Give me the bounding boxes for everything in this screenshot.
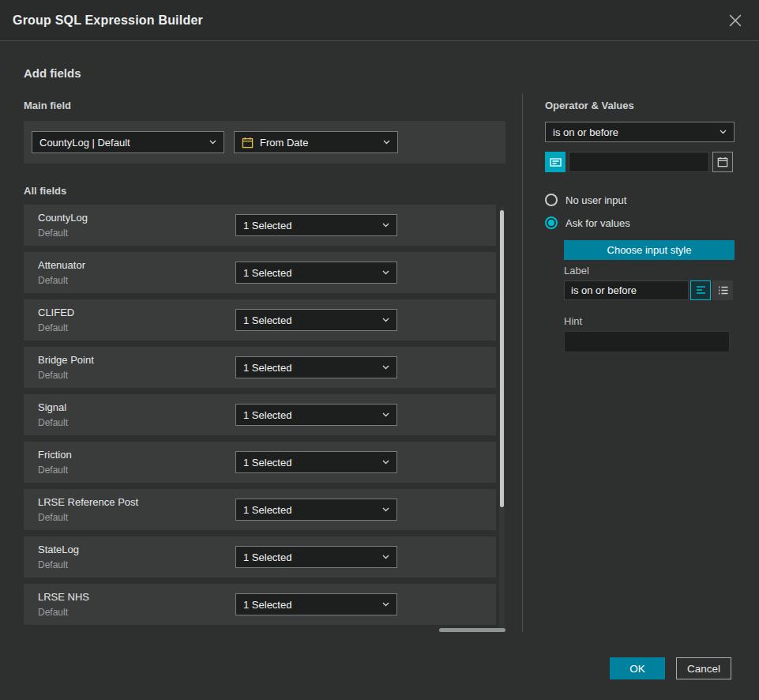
field-row: Signal Default 1 Selected [24,394,496,435]
chevron-down-icon [209,140,216,145]
field-sublabel: Default [38,370,68,381]
chevron-down-icon [383,140,390,145]
operator-select-value: is on or before [553,126,618,138]
close-button[interactable] [724,9,746,32]
main-field-layer-select[interactable]: CountyLog | Default [32,131,224,153]
hint-input[interactable] [564,331,730,352]
dialog-title: Group SQL Expression Builder [13,13,203,28]
all-fields-heading: All fields [24,185,66,197]
main-field-heading: Main field [24,100,71,111]
label-input[interactable] [564,280,689,300]
field-name: Attenuator [38,259,85,271]
field-name: LRSE Reference Post [38,496,138,508]
close-icon [729,14,742,27]
chevron-down-icon [382,365,389,370]
dialog-titlebar: Group SQL Expression Builder [0,0,759,41]
input-style-text-button[interactable] [690,280,711,300]
field-row: CLIFED Default 1 Selected [24,299,496,341]
calendar-icon [717,156,728,167]
date-picker-button[interactable] [712,152,733,172]
field-selection-select[interactable]: 1 Selected [235,262,397,284]
radio-checked-icon [545,216,558,229]
field-sublabel: Default [38,275,68,286]
chevron-down-icon [382,460,389,465]
field-row: Attenuator Default 1 Selected [24,252,496,293]
field-name: LRSE NHS [38,591,89,603]
chevron-down-icon [382,602,389,607]
main-field-date-select[interactable]: From Date [234,131,398,153]
chevron-down-icon [382,555,389,559]
field-selection-select[interactable]: 1 Selected [235,546,397,568]
field-selection-select[interactable]: 1 Selected [235,593,397,615]
field-name: StateLog [38,544,79,555]
all-fields-list: CountyLog Default 1 Selected Attenuator … [24,205,496,631]
list-icon [718,285,728,295]
chevron-down-icon [382,270,389,275]
main-field-date-select-value: From Date [260,137,308,149]
radio-ask-for-values[interactable]: Ask for values [545,216,630,229]
input-mode-button[interactable] [545,152,565,172]
field-sublabel: Default [38,512,68,523]
field-sublabel: Default [38,417,68,428]
chevron-down-icon [382,507,389,512]
hint-field-label: Hint [564,315,582,327]
group-sql-expression-builder-dialog: Group SQL Expression Builder Add fields … [0,0,759,700]
field-name: Bridge Point [38,354,94,366]
calendar-icon [242,137,254,149]
field-row: CountyLog Default 1 Selected [24,205,496,246]
input-field-icon [550,156,562,168]
operator-select[interactable]: is on or before [545,122,735,142]
field-row: LRSE Reference Post Default 1 Selected [24,489,496,530]
field-row: StateLog Default 1 Selected [24,536,496,578]
cancel-button[interactable]: Cancel [676,657,731,679]
field-sublabel: Default [38,607,68,618]
field-name: Friction [38,449,72,461]
value-input[interactable] [569,152,709,172]
field-selection-select[interactable]: 1 Selected [235,404,397,426]
main-field-panel: CountyLog | Default From Date [24,121,505,164]
field-row: LRSE NHS Default 1 Selected [24,584,496,625]
field-selection-select[interactable]: 1 Selected [235,499,397,521]
field-name: Signal [38,401,66,413]
field-selection-select[interactable]: 1 Selected [235,309,397,331]
field-sublabel: Default [38,465,68,476]
field-sublabel: Default [38,559,68,570]
choose-input-style-button[interactable]: Choose input style [564,240,735,260]
field-sublabel: Default [38,228,68,239]
chevron-down-icon [382,318,389,322]
label-field-label: Label [564,265,589,277]
operator-values-heading: Operator & Values [545,100,634,111]
vertical-scrollbar-thumb[interactable] [500,210,504,507]
ok-button[interactable]: OK [610,657,665,679]
field-row: Bridge Point Default 1 Selected [24,347,496,388]
radio-unchecked-icon [545,194,558,206]
chevron-down-icon [720,130,727,134]
horizontal-scrollbar-thumb[interactable] [439,628,505,632]
input-style-list-button[interactable] [712,280,733,300]
field-selection-select[interactable]: 1 Selected [235,356,397,378]
field-selection-select[interactable]: 1 Selected [235,451,397,473]
chevron-down-icon [382,412,389,417]
field-row: Friction Default 1 Selected [24,442,496,483]
chevron-down-icon [382,223,389,228]
field-name: CountyLog [38,212,88,224]
field-name: CLIFED [38,307,74,318]
add-fields-heading: Add fields [24,66,81,80]
column-divider [522,93,523,632]
field-selection-select[interactable]: 1 Selected [235,214,397,236]
main-field-layer-select-value: CountyLog | Default [39,137,130,149]
align-left-icon [696,285,706,295]
radio-no-user-input[interactable]: No user input [545,194,626,206]
field-sublabel: Default [38,322,68,333]
